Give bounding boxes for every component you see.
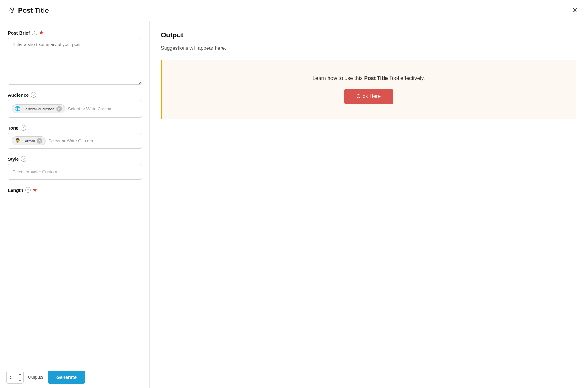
tone-input-box[interactable]: 🧑‍💼 Formal ✕ Select or Write Custom xyxy=(8,133,142,149)
style-placeholder: Select or Write Custom xyxy=(12,169,57,174)
audience-chip-remove[interactable]: ✕ xyxy=(56,106,62,112)
audience-input-box[interactable]: 🌐 General Audience ✕ Select or Write Cus… xyxy=(8,100,142,118)
audience-placeholder: Select or Write Custom xyxy=(68,106,113,111)
audience-label: Audience ? xyxy=(8,92,142,98)
style-group: Style ? Select or Write Custom xyxy=(8,156,142,180)
audience-chip-emoji: 🌐 xyxy=(15,106,21,112)
post-brief-label: Post Brief ? ★ xyxy=(8,30,142,35)
modal-body: Post Brief ? ★ Audience ? 🌐 General Audi… xyxy=(0,21,588,388)
tone-group: Tone ? 🧑‍💼 Formal ✕ Select or Write Cust… xyxy=(8,125,142,149)
tone-chip-remove[interactable]: ✕ xyxy=(37,138,42,144)
modal-header: ⅋ Post Title ✕ xyxy=(0,0,588,21)
info-card-row xyxy=(161,60,576,119)
tone-chip-formal: 🧑‍💼 Formal ✕ xyxy=(12,136,46,145)
audience-chip-text: General Audience xyxy=(22,107,54,111)
close-button[interactable]: ✕ xyxy=(571,6,579,15)
audience-group: Audience ? 🌐 General Audience ✕ Select o… xyxy=(8,92,142,118)
audience-help-icon[interactable]: ? xyxy=(31,92,36,98)
output-title: Output xyxy=(161,31,576,39)
length-group: Length ? ★ xyxy=(8,187,142,193)
stepper-up-button[interactable]: ▲ xyxy=(16,371,23,377)
post-brief-group: Post Brief ? ★ xyxy=(8,30,142,85)
stepper-value: 5 xyxy=(7,371,16,383)
stepper-arrows: ▲ ▼ xyxy=(16,371,23,383)
tone-placeholder: Select or Write Custom xyxy=(48,138,93,143)
audience-chip-general: 🌐 General Audience ✕ xyxy=(12,104,65,113)
length-label-text: Length xyxy=(8,187,23,193)
modal-container: ⅋ Post Title ✕ Post Brief ? ★ Audience ? xyxy=(0,0,588,388)
audience-label-text: Audience xyxy=(8,92,29,98)
bottom-bar: 5 ▲ ▼ Outputs Generate xyxy=(0,366,149,388)
style-label: Style ? xyxy=(8,156,142,162)
post-brief-help-icon[interactable]: ? xyxy=(32,30,37,35)
style-input-box[interactable]: Select or Write Custom xyxy=(8,164,142,180)
generate-button[interactable]: Generate xyxy=(48,371,85,384)
stepper-down-button[interactable]: ▼ xyxy=(16,377,23,384)
style-help-icon[interactable]: ? xyxy=(21,156,26,162)
tone-label-text: Tone xyxy=(8,125,19,131)
suggestions-text: Suggestions will appear here. xyxy=(161,45,576,51)
yellow-accent-bar xyxy=(161,60,162,119)
post-brief-required: ★ xyxy=(39,30,43,35)
outputs-label: Outputs xyxy=(28,375,43,380)
left-panel: Post Brief ? ★ Audience ? 🌐 General Audi… xyxy=(0,21,150,388)
text-format-icon: ⅋ xyxy=(9,7,14,15)
info-card: Learn how to use this Post Title Tool ef… xyxy=(161,60,576,119)
length-help-icon[interactable]: ? xyxy=(25,187,31,193)
style-label-text: Style xyxy=(8,156,19,162)
post-brief-textarea[interactable] xyxy=(8,38,142,85)
length-required: ★ xyxy=(33,187,37,193)
header-left: ⅋ Post Title xyxy=(9,7,49,15)
right-panel: Output Suggestions will appear here. Lea… xyxy=(150,21,588,388)
length-label: Length ? ★ xyxy=(8,187,142,193)
tone-help-icon[interactable]: ? xyxy=(21,125,26,131)
tone-label: Tone ? xyxy=(8,125,142,131)
tone-chip-emoji: 🧑‍💼 xyxy=(15,138,21,144)
outputs-stepper[interactable]: 5 ▲ ▼ xyxy=(6,371,24,384)
tone-chip-text: Formal xyxy=(22,139,35,143)
post-brief-label-text: Post Brief xyxy=(8,30,30,35)
modal-title: Post Title xyxy=(18,7,49,15)
